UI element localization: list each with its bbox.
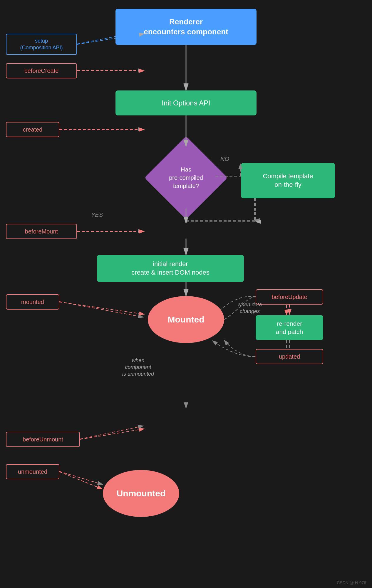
before-update-label: beforeUpdate [272, 293, 307, 301]
diamond-label: Has pre-compiled template? [169, 165, 203, 190]
compile-template-label: Compile template on-the-fly [263, 172, 313, 189]
svg-line-21 [59, 471, 103, 485]
before-unmount-box: beforeUnmount [6, 432, 80, 447]
svg-line-45 [80, 429, 144, 439]
before-update-box: beforeUpdate [256, 289, 323, 305]
diamond-container: Has pre-compiled template? [142, 147, 230, 209]
before-unmount-label: beforeUnmount [23, 436, 63, 443]
before-create-box: beforeCreate [6, 63, 77, 78]
created-box: created [6, 122, 59, 137]
no-label: NO [220, 156, 229, 162]
svg-line-44 [59, 302, 144, 314]
mounted-hook-box: mounted [6, 294, 59, 310]
before-mount-label: beforeMount [25, 228, 58, 235]
unmounted-circle: Unmounted [103, 470, 179, 517]
mounted-circle-label: Mounted [168, 315, 205, 325]
yes-label: YES [91, 211, 103, 218]
svg-line-20 [80, 426, 143, 439]
re-render-box: re-render and patch [256, 315, 323, 340]
svg-line-19 [59, 302, 143, 317]
mounted-hook-label: mounted [21, 298, 44, 306]
initial-render-label: initial render create & insert DOM nodes [131, 260, 209, 277]
updated-label: updated [279, 353, 300, 360]
before-create-label: beforeCreate [24, 67, 59, 75]
watermark: CSDN @ H-976 [337, 580, 366, 585]
renderer-label: Renderer encounters component [144, 17, 228, 37]
created-label: created [23, 126, 43, 133]
when-unmounted-label: when component is unmounted [106, 357, 170, 377]
init-options-label: Init Options API [162, 98, 210, 107]
init-options-box: Init Options API [115, 90, 257, 115]
initial-render-box: initial render create & insert DOM nodes [97, 255, 244, 282]
unmounted-hook-label: unmounted [18, 468, 47, 476]
before-mount-box: beforeMount [6, 224, 77, 239]
re-render-label: re-render and patch [276, 320, 303, 336]
mounted-circle: Mounted [148, 296, 224, 343]
updated-box: updated [256, 349, 323, 364]
svg-line-46 [59, 472, 102, 489]
unmounted-hook-box: unmounted [6, 464, 59, 479]
setup-box: setup (Composition API) [6, 34, 77, 55]
setup-label: setup (Composition API) [20, 38, 63, 51]
renderer-box: Renderer encounters component [115, 9, 257, 45]
unmounted-circle-label: Unmounted [117, 488, 166, 498]
compile-template-box: Compile template on-the-fly [241, 163, 335, 198]
diagram-container: Renderer encounters component setup (Com… [0, 0, 372, 588]
